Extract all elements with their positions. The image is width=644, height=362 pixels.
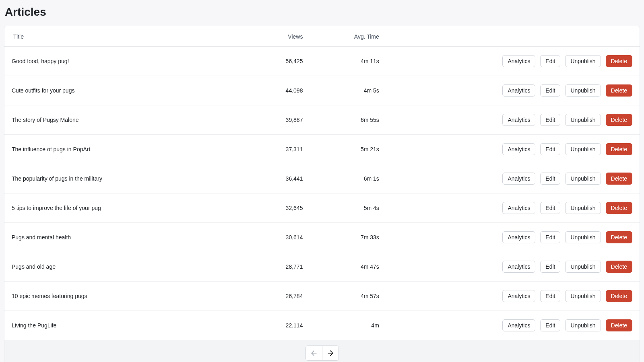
table-row: Pugs and old age 28,771 4m 47s Analytics… — [4, 252, 640, 282]
edit-button[interactable]: Edit — [540, 143, 560, 155]
cell-title: The influence of pugs in PopArt — [4, 135, 233, 164]
cell-views: 30,614 — [233, 223, 309, 252]
cell-title: Good food, happy pug! — [4, 47, 233, 76]
header-title: Title — [4, 26, 233, 47]
cell-views: 28,771 — [233, 252, 309, 282]
delete-button[interactable]: Delete — [606, 114, 632, 126]
table-row: Pugs and mental health 30,614 7m 33s Ana… — [4, 223, 640, 252]
table-row: The story of Pugsy Malone 39,887 6m 55s … — [4, 105, 640, 135]
cell-views: 39,887 — [233, 105, 309, 135]
cell-views: 22,114 — [233, 311, 309, 340]
table-row: The popularity of pugs in the military 3… — [4, 164, 640, 193]
analytics-button[interactable]: Analytics — [502, 84, 535, 97]
unpublish-button[interactable]: Unpublish — [565, 55, 601, 67]
unpublish-button[interactable]: Unpublish — [565, 202, 601, 214]
cell-title: Living the PugLife — [4, 311, 233, 340]
table-row: 10 epic memes featuring pugs 26,784 4m 5… — [4, 282, 640, 311]
cell-actions: Analytics Edit Unpublish Delete — [386, 164, 640, 193]
edit-button[interactable]: Edit — [540, 319, 560, 331]
edit-button[interactable]: Edit — [540, 261, 560, 273]
arrow-left-icon — [310, 349, 318, 357]
cell-views: 44,098 — [233, 76, 309, 105]
cell-actions: Analytics Edit Unpublish Delete — [386, 311, 640, 340]
cell-title: 10 epic memes featuring pugs — [4, 282, 233, 311]
edit-button[interactable]: Edit — [540, 114, 560, 126]
cell-title: Pugs and old age — [4, 252, 233, 282]
header-avg-time: Avg. Time — [309, 26, 385, 47]
cell-avg-time: 4m — [309, 311, 385, 340]
cell-actions: Analytics Edit Unpublish Delete — [386, 76, 640, 105]
cell-avg-time: 4m 5s — [309, 76, 385, 105]
unpublish-button[interactable]: Unpublish — [565, 290, 601, 302]
analytics-button[interactable]: Analytics — [502, 319, 535, 331]
unpublish-button[interactable]: Unpublish — [565, 319, 601, 331]
unpublish-button[interactable]: Unpublish — [565, 261, 601, 273]
page-title: Articles — [5, 6, 640, 19]
table-row: Good food, happy pug! 56,425 4m 11s Anal… — [4, 47, 640, 76]
table-row: Cute outfits for your pugs 44,098 4m 5s … — [4, 76, 640, 105]
analytics-button[interactable]: Analytics — [502, 114, 535, 126]
cell-views: 37,311 — [233, 135, 309, 164]
cell-views: 56,425 — [233, 47, 309, 76]
cell-views: 26,784 — [233, 282, 309, 311]
cell-title: Pugs and mental health — [4, 223, 233, 252]
delete-button[interactable]: Delete — [606, 84, 632, 97]
unpublish-button[interactable]: Unpublish — [565, 173, 601, 185]
delete-button[interactable]: Delete — [606, 261, 632, 273]
cell-actions: Analytics Edit Unpublish Delete — [386, 135, 640, 164]
unpublish-button[interactable]: Unpublish — [565, 143, 601, 155]
edit-button[interactable]: Edit — [540, 55, 560, 67]
cell-avg-time: 4m 57s — [309, 282, 385, 311]
cell-avg-time: 4m 47s — [309, 252, 385, 282]
cell-actions: Analytics Edit Unpublish Delete — [386, 47, 640, 76]
articles-card: Title Views Avg. Time Good food, happy p… — [4, 26, 640, 362]
cell-avg-time: 6m 1s — [309, 164, 385, 193]
cell-actions: Analytics Edit Unpublish Delete — [386, 193, 640, 223]
articles-table: Title Views Avg. Time Good food, happy p… — [4, 26, 640, 362]
delete-button[interactable]: Delete — [606, 55, 632, 67]
cell-title: 5 tips to improve the life of your pug — [4, 193, 233, 223]
unpublish-button[interactable]: Unpublish — [565, 84, 601, 97]
analytics-button[interactable]: Analytics — [502, 261, 535, 273]
arrow-right-icon — [326, 349, 334, 357]
delete-button[interactable]: Delete — [606, 231, 632, 243]
analytics-button[interactable]: Analytics — [502, 173, 535, 185]
analytics-button[interactable]: Analytics — [502, 202, 535, 214]
delete-button[interactable]: Delete — [606, 290, 632, 302]
cell-actions: Analytics Edit Unpublish Delete — [386, 105, 640, 135]
edit-button[interactable]: Edit — [540, 290, 560, 302]
edit-button[interactable]: Edit — [540, 84, 560, 97]
table-row: The influence of pugs in PopArt 37,311 5… — [4, 135, 640, 164]
analytics-button[interactable]: Analytics — [502, 290, 535, 302]
delete-button[interactable]: Delete — [606, 143, 632, 155]
analytics-button[interactable]: Analytics — [502, 231, 535, 243]
pager-next-button[interactable] — [322, 346, 339, 360]
header-views: Views — [233, 26, 309, 47]
analytics-button[interactable]: Analytics — [502, 55, 535, 67]
cell-views: 36,441 — [233, 164, 309, 193]
edit-button[interactable]: Edit — [540, 202, 560, 214]
pager — [305, 346, 339, 361]
unpublish-button[interactable]: Unpublish — [565, 231, 601, 243]
delete-button[interactable]: Delete — [606, 173, 632, 185]
analytics-button[interactable]: Analytics — [502, 143, 535, 155]
header-actions — [386, 26, 640, 47]
edit-button[interactable]: Edit — [540, 173, 560, 185]
cell-avg-time: 5m 4s — [309, 193, 385, 223]
cell-actions: Analytics Edit Unpublish Delete — [386, 223, 640, 252]
delete-button[interactable]: Delete — [606, 202, 632, 214]
pager-prev-button[interactable] — [306, 346, 322, 360]
edit-button[interactable]: Edit — [540, 231, 560, 243]
cell-actions: Analytics Edit Unpublish Delete — [386, 282, 640, 311]
unpublish-button[interactable]: Unpublish — [565, 114, 601, 126]
cell-avg-time: 5m 21s — [309, 135, 385, 164]
delete-button[interactable]: Delete — [606, 319, 632, 331]
cell-title: Cute outfits for your pugs — [4, 76, 233, 105]
table-footer — [4, 340, 640, 362]
table-row: 5 tips to improve the life of your pug 3… — [4, 193, 640, 223]
cell-avg-time: 6m 55s — [309, 105, 385, 135]
cell-avg-time: 4m 11s — [309, 47, 385, 76]
cell-title: The popularity of pugs in the military — [4, 164, 233, 193]
cell-avg-time: 7m 33s — [309, 223, 385, 252]
cell-views: 32,645 — [233, 193, 309, 223]
